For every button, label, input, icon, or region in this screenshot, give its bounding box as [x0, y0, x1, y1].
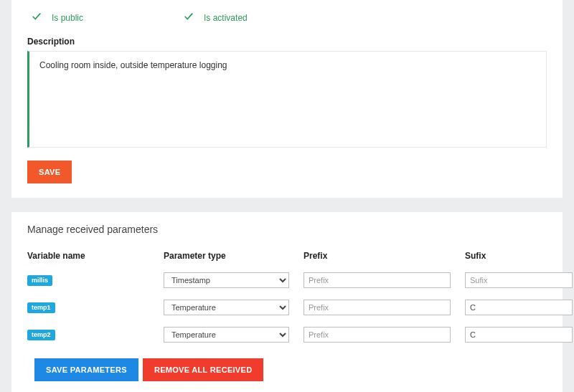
col-variable-name: Variable name [27, 251, 149, 261]
is-activated-check: Is activated [184, 11, 248, 24]
parameters-table: Variable name Parameter type Prefix Sufi… [27, 251, 547, 343]
manage-title: Manage received parameters [27, 224, 547, 235]
check-icon [184, 11, 194, 24]
suffix-input[interactable] [465, 300, 573, 315]
prefix-input[interactable] [304, 327, 451, 343]
action-buttons: SAVE PARAMETERS REMOVE ALL RECEIVED [27, 358, 547, 381]
prefix-input[interactable] [304, 300, 451, 315]
col-suffix: Sufix [465, 251, 573, 261]
manage-parameters-card: Manage received parameters Variable name… [11, 212, 563, 392]
variable-badge: temp1 [27, 302, 55, 313]
save-parameters-button[interactable]: SAVE PARAMETERS [34, 358, 138, 381]
is-public-label: Is public [52, 13, 83, 23]
parameter-type-select[interactable]: Temperature [164, 327, 289, 343]
remove-all-received-button[interactable]: REMOVE ALL RECEIVED [143, 358, 264, 381]
suffix-input[interactable] [465, 272, 573, 288]
table-row: millis [27, 274, 149, 286]
suffix-input[interactable] [465, 327, 573, 343]
variable-badge: millis [27, 275, 52, 286]
parameter-type-select[interactable]: Temperature [164, 300, 289, 315]
check-icon [32, 11, 42, 24]
col-parameter-type: Parameter type [164, 251, 289, 261]
table-row: temp1 [27, 302, 149, 313]
parameter-type-select[interactable]: Timestamp [164, 272, 289, 288]
save-button[interactable]: SAVE [27, 161, 72, 183]
variable-badge: temp2 [27, 330, 55, 340]
settings-card: Is public Is activated Description Cooli… [11, 0, 563, 198]
status-checks: Is public Is activated [27, 11, 547, 24]
description-label: Description [27, 37, 547, 47]
description-text: Cooling room inside, outside temperature… [39, 60, 227, 70]
prefix-input[interactable] [304, 272, 451, 288]
col-prefix: Prefix [304, 251, 451, 261]
table-row: temp2 [27, 329, 149, 340]
is-public-check: Is public [32, 11, 83, 24]
description-field[interactable]: Cooling room inside, outside temperature… [27, 51, 547, 148]
is-activated-label: Is activated [204, 13, 248, 23]
